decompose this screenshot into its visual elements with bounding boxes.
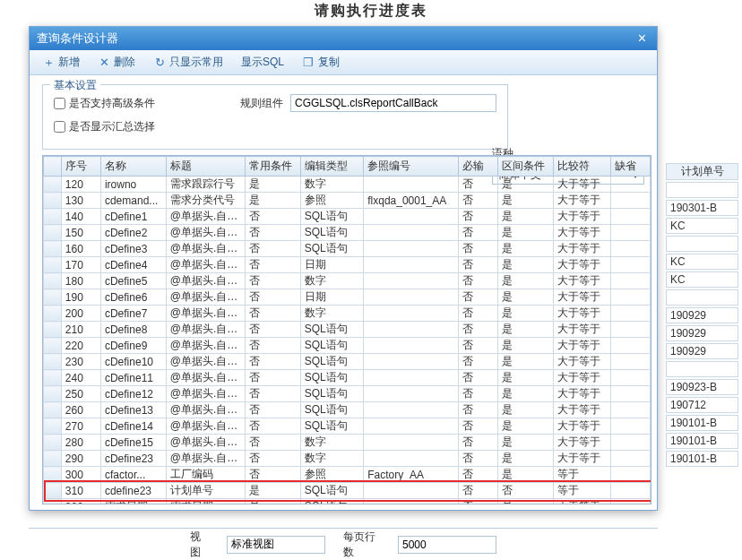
- cell-ref[interactable]: [364, 257, 459, 273]
- cell-required[interactable]: 否: [459, 402, 498, 418]
- table-row[interactable]: 130cdemand...需求分类代号是参照flxqda_0001_AA否是大于…: [44, 193, 651, 209]
- cell-editType[interactable]: 参照: [300, 193, 364, 209]
- cell-range[interactable]: 是: [498, 193, 554, 209]
- cell-range[interactable]: 是: [498, 451, 554, 467]
- cell-cmp[interactable]: 大于等于: [553, 451, 610, 467]
- cell-title[interactable]: @单据头.自定...: [166, 386, 245, 402]
- table-row[interactable]: 170cDefine4@单据头.自定...否日期否是大于等于: [44, 257, 651, 273]
- cell-common[interactable]: 否: [245, 435, 300, 451]
- cell-cmp[interactable]: 大于等于: [553, 273, 610, 289]
- table-row[interactable]: 320需求日期需求日期是SQL语句否是大于等于: [44, 499, 651, 505]
- delete-button[interactable]: ✕ 删除: [91, 53, 142, 72]
- cell-required[interactable]: 否: [459, 306, 498, 322]
- cell-editType[interactable]: 数字: [300, 177, 364, 193]
- table-row[interactable]: 200cDefine7@单据头.自定...否数字否是大于等于: [44, 306, 651, 322]
- cell-required[interactable]: 否: [459, 354, 498, 370]
- cell-cmp[interactable]: 大于等于: [553, 209, 610, 225]
- cell-cmp[interactable]: 大于等于: [553, 418, 610, 435]
- table-row[interactable]: 300cfactor...工厂编码否参照Factory_AA否是等于: [44, 467, 651, 483]
- bg-cell[interactable]: 190101-B: [666, 433, 738, 449]
- conditions-grid[interactable]: 序号名称标题常用条件编辑类型参照编号必输区间条件比较符缺省 120irowno需…: [42, 155, 651, 504]
- cell-common[interactable]: 否: [245, 273, 300, 289]
- col-header[interactable]: 编辑类型: [300, 157, 364, 177]
- cell-common[interactable]: 否: [245, 306, 300, 322]
- cell-no[interactable]: 250: [61, 386, 100, 402]
- cell-common[interactable]: 否: [245, 322, 300, 338]
- cell-range[interactable]: 是: [498, 289, 554, 306]
- cell-no[interactable]: 130: [61, 193, 100, 209]
- cell-ref[interactable]: [364, 451, 459, 467]
- cell-title[interactable]: @单据头.自定...: [166, 354, 245, 370]
- cell-cmp[interactable]: 大于等于: [553, 402, 610, 418]
- cell-ref[interactable]: [364, 289, 459, 306]
- bg-cell[interactable]: KC: [666, 218, 738, 234]
- cell-title[interactable]: @单据头.自定...: [166, 209, 245, 225]
- cell-no[interactable]: 220: [61, 338, 100, 354]
- cell-common[interactable]: 是: [245, 177, 300, 193]
- dialog-titlebar[interactable]: 查询条件设计器 ×: [30, 27, 657, 50]
- cell-range[interactable]: 是: [498, 386, 554, 402]
- cell-title[interactable]: @单据头.自定...: [166, 418, 245, 435]
- cell-ref[interactable]: [364, 209, 459, 225]
- table-row[interactable]: 310cdefine23计划单号是SQL语句否否等于: [44, 483, 651, 499]
- cell-required[interactable]: 否: [459, 386, 498, 402]
- cell-required[interactable]: 否: [459, 435, 498, 451]
- cell-common[interactable]: 否: [245, 289, 300, 306]
- cell-no[interactable]: 140: [61, 209, 100, 225]
- cell-required[interactable]: 否: [459, 241, 498, 257]
- cell-title[interactable]: 工厂编码: [166, 467, 245, 483]
- cell-editType[interactable]: 数字: [300, 451, 364, 467]
- cell-name[interactable]: cDefine4: [100, 257, 166, 273]
- cell-name[interactable]: cfactor...: [100, 467, 166, 483]
- cell-title[interactable]: @单据头.自定...: [166, 241, 245, 257]
- cell-editType[interactable]: 日期: [300, 257, 364, 273]
- cell-title[interactable]: @单据头.自定...: [166, 257, 245, 273]
- cell-required[interactable]: 否: [459, 499, 498, 505]
- cell-required[interactable]: 否: [459, 467, 498, 483]
- cell-cmp[interactable]: 大于等于: [553, 289, 610, 306]
- cell-required[interactable]: 否: [459, 209, 498, 225]
- cell-no[interactable]: 180: [61, 273, 100, 289]
- cell-no[interactable]: 260: [61, 402, 100, 418]
- table-row[interactable]: 150cDefine2@单据头.自定...否SQL语句否是大于等于: [44, 225, 651, 241]
- cell-common[interactable]: 否: [245, 209, 300, 225]
- cell-required[interactable]: 否: [459, 193, 498, 209]
- cell-range[interactable]: 是: [498, 177, 554, 193]
- table-row[interactable]: 270cDefine14@单据头.自定...否SQL语句否是大于等于: [44, 418, 651, 435]
- cell-editType[interactable]: 参照: [300, 467, 364, 483]
- show-sql-button[interactable]: 显示SQL: [234, 53, 291, 72]
- cell-cmp[interactable]: 等于: [553, 467, 610, 483]
- table-row[interactable]: 220cDefine9@单据头.自定...否SQL语句否是大于等于: [44, 338, 651, 354]
- cell-ref[interactable]: [364, 402, 459, 418]
- cell-name[interactable]: cDefine11: [100, 370, 166, 386]
- close-icon[interactable]: ×: [634, 30, 650, 47]
- support-advanced-checkbox[interactable]: 是否支持高级条件: [54, 96, 155, 111]
- cell-no[interactable]: 170: [61, 257, 100, 273]
- cell-range[interactable]: 是: [498, 322, 554, 338]
- cell-common[interactable]: 否: [245, 225, 300, 241]
- show-common-button[interactable]: ↻ 只显示常用: [146, 53, 230, 72]
- cell-name[interactable]: cDefine6: [100, 289, 166, 306]
- cell-common[interactable]: 否: [245, 354, 300, 370]
- cell-name[interactable]: cdefine23: [100, 483, 166, 499]
- cell-range[interactable]: 是: [498, 257, 554, 273]
- bg-cell[interactable]: 190712: [666, 397, 738, 413]
- col-header[interactable]: 名称: [100, 157, 166, 177]
- cell-name[interactable]: cDefine13: [100, 402, 166, 418]
- bg-cell[interactable]: 190923-B: [666, 379, 738, 395]
- cell-range[interactable]: 是: [498, 467, 554, 483]
- cell-ref[interactable]: [364, 338, 459, 354]
- cell-range[interactable]: 是: [498, 418, 554, 435]
- cell-title[interactable]: @单据头.自定...: [166, 435, 245, 451]
- cell-cmp[interactable]: 大于等于: [553, 338, 610, 354]
- cell-range[interactable]: 否: [498, 483, 554, 499]
- cell-cmp[interactable]: 大于等于: [553, 435, 610, 451]
- bg-cell[interactable]: 190301-B: [666, 200, 738, 216]
- col-header[interactable]: 缺省: [610, 157, 650, 177]
- table-row[interactable]: 210cDefine8@单据头.自定...否SQL语句否是大于等于: [44, 322, 651, 338]
- bg-cell[interactable]: 190101-B: [666, 451, 738, 467]
- col-header[interactable]: 比较符: [553, 157, 610, 177]
- copy-button[interactable]: ❐ 复制: [295, 53, 347, 72]
- cell-name[interactable]: cDefine5: [100, 273, 166, 289]
- cell-range[interactable]: 是: [498, 354, 554, 370]
